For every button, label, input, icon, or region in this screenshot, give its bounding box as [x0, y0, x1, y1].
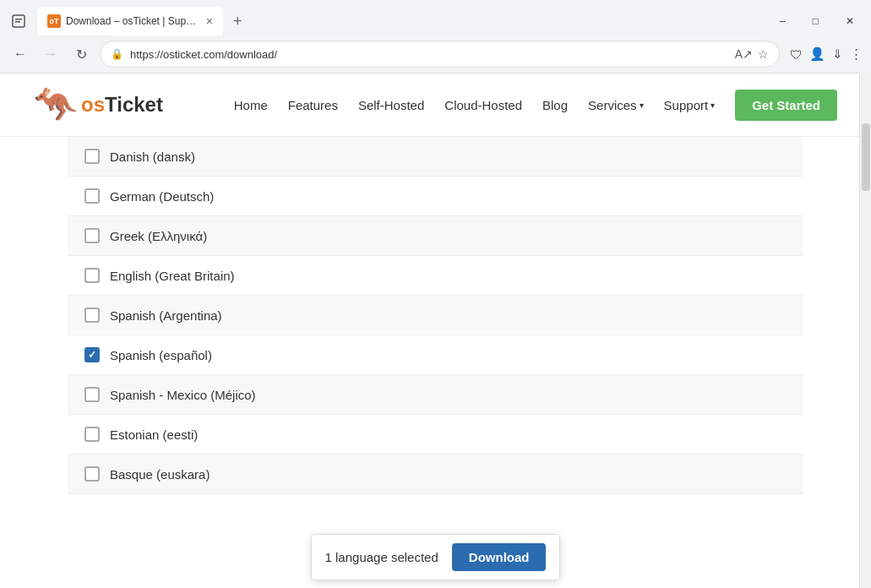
- browser-right-icons: 🛡 👤 ⇓ ⋮: [790, 46, 863, 62]
- list-item[interactable]: Spanish (Argentina): [68, 296, 803, 335]
- language-checkbox[interactable]: [84, 387, 100, 402]
- profile-icon: 👤: [809, 46, 825, 62]
- download-bar: 1 language selected Download: [311, 534, 561, 580]
- nav-home[interactable]: Home: [234, 98, 268, 112]
- site-header: 🦘 osTicket Home Features Self-Hosted Clo…: [0, 74, 871, 137]
- svg-rect-2: [15, 21, 20, 23]
- browser-icon: [7, 9, 30, 33]
- website: 🦘 osTicket Home Features Self-Hosted Clo…: [0, 74, 871, 588]
- language-label: Spanish (Argentina): [110, 308, 222, 323]
- tab-title: Download – osTicket | Support…: [66, 15, 201, 27]
- language-label: German (Deutsch): [110, 189, 214, 204]
- svg-rect-1: [15, 19, 22, 20]
- download-button[interactable]: Download: [452, 543, 547, 571]
- list-item[interactable]: Estonian (eesti): [68, 415, 803, 455]
- logo-text: osTicket: [81, 93, 163, 117]
- nav-cloud-hosted[interactable]: Cloud-Hosted: [444, 98, 522, 112]
- list-item[interactable]: Spanish (español): [68, 335, 803, 375]
- scroll-thumb[interactable]: [862, 123, 870, 191]
- menu-icon: ⋮: [850, 46, 863, 62]
- logo-ticket: Ticket: [105, 93, 163, 116]
- active-tab[interactable]: oT Download – osTicket | Support… ×: [37, 7, 223, 35]
- language-checkbox[interactable]: [84, 188, 100, 204]
- nav-features[interactable]: Features: [288, 98, 338, 112]
- site-nav: Home Features Self-Hosted Cloud-Hosted B…: [234, 90, 837, 121]
- language-checkbox[interactable]: [84, 308, 100, 323]
- language-selected-count: 1 language selected: [325, 550, 438, 564]
- language-label: English (Great Britain): [110, 269, 235, 283]
- list-item[interactable]: Spanish - Mexico (Méjico): [68, 375, 803, 415]
- get-started-button[interactable]: Get Started: [735, 90, 837, 121]
- language-label: Greek (Ελληνικά): [110, 229, 207, 243]
- nav-self-hosted[interactable]: Self-Hosted: [358, 98, 424, 112]
- scrollbar[interactable]: [859, 73, 871, 588]
- tab-favicon: oT: [47, 14, 61, 28]
- language-list: Danish (dansk)German (Deutsch)Greek (Ελλ…: [68, 137, 803, 494]
- close-window-button[interactable]: ✕: [836, 15, 864, 27]
- window-controls: – □ ✕: [770, 15, 864, 27]
- new-tab-button[interactable]: +: [226, 9, 249, 34]
- logo-kangaroo-icon: 🦘: [34, 87, 78, 122]
- extensions-icon: 🛡: [790, 47, 803, 62]
- address-icons: A↗ ☆: [735, 47, 769, 61]
- language-checkbox[interactable]: [84, 228, 100, 243]
- language-label: Basque (euskara): [110, 467, 210, 482]
- language-checkbox[interactable]: [84, 427, 100, 442]
- logo-os: os: [81, 93, 105, 116]
- lock-icon: 🔒: [111, 48, 123, 60]
- language-checkbox[interactable]: [84, 149, 100, 164]
- list-item[interactable]: Greek (Ελληνικά): [68, 216, 803, 256]
- url-display: https://osticket.com/download/: [130, 48, 728, 61]
- support-chevron-icon: ▾: [710, 101, 715, 110]
- list-item[interactable]: Danish (dansk): [68, 137, 803, 177]
- list-item[interactable]: English (Great Britain): [68, 256, 803, 296]
- language-label: Spanish (español): [110, 348, 212, 362]
- services-chevron-icon: ▾: [640, 101, 644, 110]
- logo: 🦘 osTicket: [34, 87, 163, 122]
- language-label: Spanish - Mexico (Méjico): [110, 388, 256, 402]
- nav-support[interactable]: Support ▾: [664, 98, 716, 112]
- forward-button[interactable]: →: [39, 42, 63, 66]
- tab-close-button[interactable]: ×: [206, 14, 213, 28]
- nav-blog[interactable]: Blog: [542, 98, 568, 112]
- tab-bar: oT Download – osTicket | Support… × + – …: [0, 0, 871, 35]
- url-text: https://osticket.com/download/: [130, 48, 277, 61]
- list-item[interactable]: Basque (euskara): [68, 455, 803, 494]
- maximize-button[interactable]: □: [803, 15, 829, 27]
- address-bar[interactable]: 🔒 https://osticket.com/download/ A↗ ☆: [100, 41, 780, 68]
- language-checkbox[interactable]: [84, 268, 100, 283]
- back-button[interactable]: ←: [8, 42, 32, 66]
- browser-chrome: oT Download – osTicket | Support… × + – …: [0, 0, 871, 74]
- language-checkbox[interactable]: [84, 466, 100, 482]
- nav-services[interactable]: Services ▾: [588, 98, 644, 112]
- bookmark-icon: ☆: [758, 47, 769, 61]
- language-label: Danish (dansk): [110, 150, 195, 164]
- language-label: Estonian (eesti): [110, 427, 198, 442]
- translate-icon: A↗: [735, 47, 753, 61]
- minimize-button[interactable]: –: [770, 15, 796, 27]
- language-checkbox[interactable]: [84, 347, 100, 362]
- list-item[interactable]: German (Deutsch): [68, 177, 803, 216]
- download-icon: ⇓: [832, 46, 843, 62]
- reload-button[interactable]: ↻: [69, 42, 93, 66]
- content-area: Danish (dansk)German (Deutsch)Greek (Ελλ…: [0, 137, 871, 494]
- browser-toolbar: ← → ↻ 🔒 https://osticket.com/download/ A…: [0, 35, 871, 73]
